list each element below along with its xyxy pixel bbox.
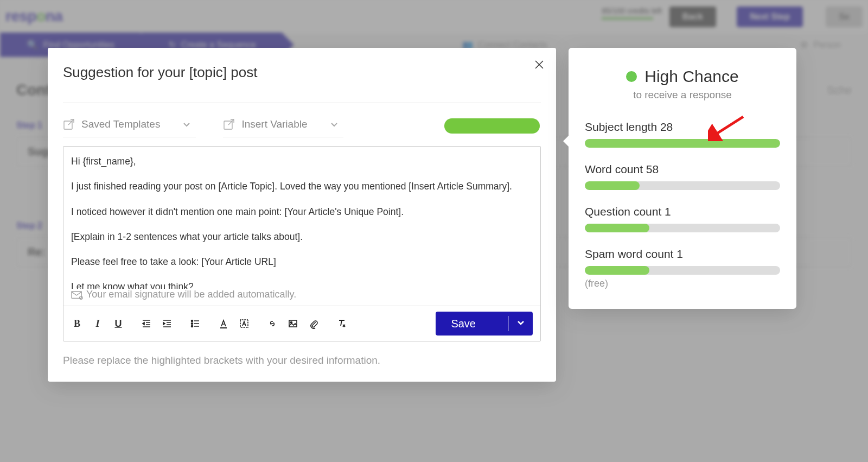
- open-external-icon: [63, 118, 75, 130]
- highlight-icon: [239, 318, 250, 329]
- metric-note: (free): [585, 278, 780, 289]
- bold-button[interactable]: B: [71, 318, 83, 330]
- image-button[interactable]: [287, 318, 299, 330]
- bullet-list-button[interactable]: [189, 318, 201, 330]
- chance-subtitle: to receive a response: [585, 89, 780, 101]
- email-body-textarea[interactable]: Hi {first_name}, I just finished reading…: [63, 147, 540, 289]
- status-pill: [444, 118, 540, 134]
- email-analysis-panel: High Chance to receive a response Subjec…: [569, 48, 796, 309]
- svg-point-4: [192, 320, 193, 322]
- clear-format-button[interactable]: [336, 318, 348, 330]
- indent-button[interactable]: [161, 318, 173, 330]
- outdent-icon: [141, 318, 152, 329]
- chance-header: High Chance to receive a response: [585, 67, 780, 101]
- paperclip-icon: [308, 318, 319, 329]
- body-line: I just finished reading your post on [Ar…: [71, 179, 533, 193]
- save-label: Save: [436, 318, 508, 330]
- chevron-down-icon: [183, 121, 190, 128]
- close-icon: [534, 60, 544, 69]
- underline-button[interactable]: U: [112, 318, 124, 330]
- image-icon: [288, 318, 298, 329]
- email-editor-modal: Saved Templates Insert Variable Hi {firs…: [48, 48, 556, 382]
- email-editor: Hi {first_name}, I just finished reading…: [63, 146, 541, 341]
- chevron-down-icon: [330, 121, 338, 128]
- close-button[interactable]: [534, 60, 544, 72]
- insert-variable-label: Insert Variable: [241, 118, 307, 130]
- body-line: Please feel free to take a look: [Your A…: [71, 255, 533, 269]
- chevron-down-icon: [516, 318, 525, 327]
- attachment-button[interactable]: [308, 318, 320, 330]
- status-dot-icon: [626, 71, 637, 82]
- body-line: I noticed however it didn't mention one …: [71, 205, 533, 219]
- metric-question-count: Question count 1: [585, 205, 780, 232]
- svg-point-5: [192, 323, 193, 325]
- signature-notice: Your email signature will be added autom…: [63, 289, 540, 306]
- body-line: [Explain in 1-2 sentences what your arti…: [71, 230, 533, 244]
- saved-templates-dropdown[interactable]: Saved Templates: [63, 114, 196, 137]
- save-dropdown-toggle[interactable]: [509, 318, 533, 329]
- open-external-icon: [223, 118, 235, 130]
- metric-label: Spam word count 1: [585, 248, 780, 261]
- outdent-button[interactable]: [141, 318, 152, 330]
- metric-bar: [585, 224, 780, 232]
- metric-spam-count: Spam word count 1 (free): [585, 248, 780, 289]
- hint-text: Please replace the highlighted brackets …: [48, 341, 556, 382]
- italic-button[interactable]: I: [92, 318, 104, 330]
- mail-signature-icon: [71, 289, 83, 300]
- subject-input[interactable]: [63, 64, 517, 85]
- metric-label: Word count 58: [585, 163, 780, 176]
- save-button[interactable]: Save: [436, 312, 533, 336]
- svg-rect-2: [72, 291, 81, 298]
- clear-format-icon: [336, 318, 347, 329]
- body-line: Let me know what you think?: [71, 280, 533, 289]
- metric-bar: [585, 181, 780, 190]
- metric-label: Question count 1: [585, 205, 780, 218]
- editor-toolbar: B I U: [63, 306, 540, 341]
- saved-templates-label: Saved Templates: [81, 118, 160, 130]
- text-color-button[interactable]: [218, 318, 229, 330]
- svg-point-3: [80, 296, 83, 299]
- chance-title: High Chance: [644, 67, 738, 86]
- link-button[interactable]: [266, 318, 278, 330]
- text-color-icon: [218, 318, 229, 329]
- svg-point-6: [192, 326, 193, 327]
- metric-bar: [585, 139, 780, 148]
- insert-variable-dropdown[interactable]: Insert Variable: [223, 114, 343, 137]
- metric-word-count: Word count 58: [585, 163, 780, 190]
- list-icon: [190, 318, 201, 329]
- metric-label: Subject length 28: [585, 121, 780, 134]
- link-icon: [267, 318, 278, 329]
- metric-subject-length: Subject length 28: [585, 121, 780, 148]
- indent-icon: [162, 318, 173, 329]
- highlight-button[interactable]: [238, 318, 250, 330]
- metric-bar: [585, 266, 780, 275]
- body-line: Hi {first_name},: [71, 154, 533, 168]
